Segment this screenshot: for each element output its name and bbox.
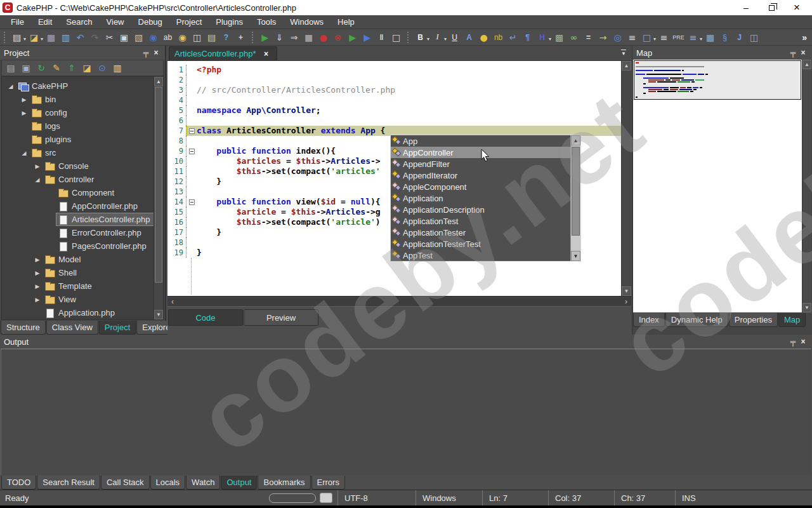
- tree-item[interactable]: Component: [2, 186, 163, 199]
- mailto-icon[interactable]: ◎: [611, 31, 624, 44]
- tree-expander-icon[interactable]: ◢: [32, 177, 43, 183]
- tree-expander-icon[interactable]: ▶: [32, 163, 43, 170]
- run-icon[interactable]: ▶: [258, 31, 272, 44]
- scroll-down-icon[interactable]: ▼: [154, 310, 163, 319]
- bold-icon[interactable]: B: [414, 31, 427, 44]
- tab-list-dropdown-icon[interactable]: ▼: [621, 50, 626, 57]
- tree-item[interactable]: ▶ bin: [2, 93, 163, 106]
- tree-item[interactable]: PagesController.php: [2, 239, 163, 253]
- autocomplete-item[interactable]: AppTest: [391, 250, 570, 261]
- panel-tab[interactable]: Project: [99, 321, 136, 335]
- tab-close-icon[interactable]: ×: [261, 50, 272, 58]
- fold-collapse-icon[interactable]: [189, 149, 195, 154]
- panel-tab[interactable]: Class View: [46, 321, 98, 335]
- scroll-down-icon[interactable]: ▼: [622, 286, 631, 296]
- stop-debug-icon[interactable]: ■: [302, 31, 315, 44]
- stop-icon[interactable]: □: [390, 31, 403, 44]
- view-tab[interactable]: Code: [168, 309, 243, 326]
- editor-vertical-scrollbar[interactable]: ▲ ▼: [621, 61, 631, 296]
- map-scrollbar[interactable]: ▲ ▼: [802, 60, 811, 312]
- pin-icon[interactable]: ╤: [788, 48, 798, 57]
- new-file-icon[interactable]: ▤: [10, 31, 23, 44]
- cut-icon[interactable]: ✂: [103, 31, 116, 44]
- table-icon[interactable]: ▦: [704, 31, 717, 44]
- panel-tab[interactable]: Watch: [186, 476, 220, 490]
- list-icon[interactable]: ≡: [686, 31, 700, 44]
- image-icon[interactable]: ▩: [553, 31, 566, 44]
- heading-icon[interactable]: H: [535, 31, 549, 44]
- menu-item[interactable]: Edit: [31, 16, 59, 28]
- link-icon[interactable]: ∞: [567, 31, 580, 44]
- tree-item[interactable]: ◢ src: [2, 146, 163, 159]
- tree-item[interactable]: ◢ Controller: [2, 173, 163, 186]
- autocomplete-item[interactable]: ApplicationTest: [391, 215, 570, 227]
- java-icon[interactable]: J: [733, 31, 746, 44]
- scroll-up-icon[interactable]: ▲: [802, 60, 811, 69]
- tree-item[interactable]: plugins: [2, 133, 163, 146]
- line-break-icon[interactable]: ↵: [506, 31, 520, 44]
- editor-horizontal-scrollbar[interactable]: ‹ ›: [167, 296, 631, 306]
- autocomplete-item[interactable]: AppendFilter: [391, 158, 570, 170]
- panel-tab[interactable]: Index: [633, 313, 665, 327]
- open-folder-icon[interactable]: ◪: [79, 62, 95, 74]
- dropdown-arrow-icon[interactable]: ▾: [41, 36, 43, 42]
- autocomplete-item[interactable]: ApplicationDescription: [391, 204, 570, 215]
- anchor-icon[interactable]: →: [596, 31, 610, 44]
- panel-tab[interactable]: Errors: [311, 476, 345, 490]
- tree-expander-icon[interactable]: ▶: [32, 257, 43, 263]
- close-icon[interactable]: ×: [798, 48, 808, 57]
- panel-tab[interactable]: Bookmarks: [258, 476, 310, 490]
- code-line[interactable]: 6: [167, 116, 621, 126]
- copy-project-icon[interactable]: ▣: [18, 62, 34, 74]
- save-icon[interactable]: ▦: [44, 31, 58, 44]
- code-line[interactable]: 5 namespace App\Controller;: [167, 105, 621, 116]
- dropdown-arrow-icon[interactable]: ▾: [427, 36, 429, 42]
- add-project-icon[interactable]: ▤: [3, 62, 18, 74]
- panel-tab[interactable]: Locals: [150, 476, 186, 490]
- fold-collapse-icon[interactable]: [189, 128, 195, 134]
- tree-item[interactable]: ◢ CakePHP: [2, 79, 163, 93]
- dropdown-arrow-icon[interactable]: ▾: [700, 36, 702, 42]
- find-in-files-icon[interactable]: ◉: [176, 31, 189, 44]
- format-icon[interactable]: ▤: [205, 31, 218, 44]
- step-over-icon[interactable]: ⇒: [287, 31, 301, 44]
- pause-icon[interactable]: ‖: [375, 31, 388, 44]
- menu-item[interactable]: Tools: [250, 16, 283, 28]
- tree-expander-icon[interactable]: ◢: [6, 83, 16, 90]
- menu-item[interactable]: Project: [169, 16, 209, 28]
- progress-button[interactable]: [320, 493, 332, 503]
- script-icon[interactable]: §: [718, 31, 731, 44]
- tree-item[interactable]: logs: [2, 119, 163, 133]
- code-line[interactable]: 2: [167, 75, 621, 85]
- underline-icon[interactable]: U: [448, 31, 461, 44]
- tree-item[interactable]: ▶ Console: [2, 159, 163, 173]
- tree-expander-icon[interactable]: ◢: [19, 150, 29, 156]
- replace-icon[interactable]: ab: [161, 31, 174, 44]
- help-icon[interactable]: ?: [219, 31, 233, 44]
- tree-expander-icon[interactable]: ▶: [19, 110, 29, 116]
- tree-item[interactable]: ▶ Shell: [2, 266, 163, 279]
- scroll-down-icon[interactable]: ▼: [571, 251, 580, 261]
- menu-item[interactable]: Windows: [283, 16, 331, 28]
- tree-item[interactable]: ▶ View: [2, 293, 163, 306]
- code-line[interactable]: 1 <?php: [167, 65, 621, 75]
- open-file-icon[interactable]: ◪: [27, 31, 41, 44]
- scrollbar-thumb[interactable]: [572, 147, 580, 236]
- remove-breakpoints-icon[interactable]: ⊗: [331, 31, 344, 44]
- scroll-up-icon[interactable]: ▲: [571, 135, 580, 145]
- autocomplete-item[interactable]: ApplicationTester: [391, 227, 570, 238]
- panel-tab[interactable]: Map: [778, 313, 806, 327]
- layout-icon[interactable]: ◫: [747, 31, 761, 44]
- pre-icon[interactable]: PRE: [672, 31, 685, 44]
- upload-icon[interactable]: ⇑: [64, 62, 79, 74]
- continue-icon[interactable]: ▶: [360, 31, 374, 44]
- view-tab[interactable]: Preview: [244, 309, 318, 326]
- menu-item[interactable]: View: [100, 16, 131, 28]
- fold-collapse-icon[interactable]: [189, 199, 195, 205]
- minimap[interactable]: [633, 60, 802, 312]
- palette-icon[interactable]: ●: [477, 31, 490, 44]
- panel-tab[interactable]: Properties: [729, 313, 778, 327]
- minimap-viewport[interactable]: [634, 60, 801, 100]
- align-top-icon[interactable]: ≡: [657, 31, 671, 44]
- fullscreen-icon[interactable]: +: [234, 31, 247, 44]
